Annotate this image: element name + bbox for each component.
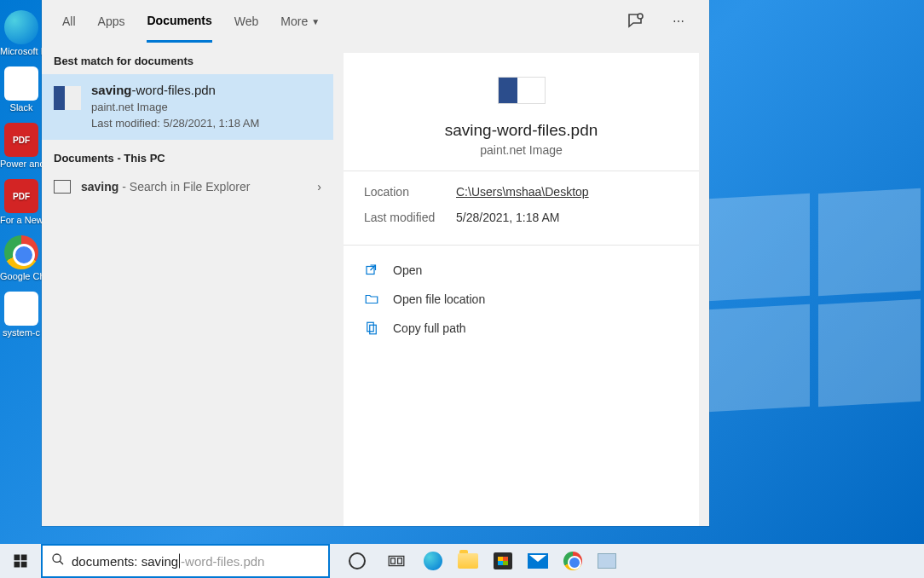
desktop-icon-slack[interactable]: Slack <box>1 66 42 113</box>
more-options-icon[interactable]: ⋯ <box>668 11 689 32</box>
preview-type: paint.net Image <box>344 143 699 157</box>
tab-more[interactable]: More▼ <box>280 0 320 43</box>
svg-rect-6 <box>14 562 20 568</box>
taskbar-edge-icon[interactable] <box>424 552 442 570</box>
task-view-icon[interactable] <box>384 549 408 573</box>
file-thumbnail-icon <box>54 86 81 110</box>
svg-rect-3 <box>370 325 377 334</box>
preview-pane: saving-word-files.pdn paint.net Image Lo… <box>344 53 699 526</box>
desktop-icon-pdf1[interactable]: PDFPower and Market G <box>1 123 42 169</box>
tab-apps[interactable]: Apps <box>98 0 125 43</box>
documents-thispc-heading: Documents - This PC <box>42 140 333 171</box>
search-in-file-explorer[interactable]: saving - Search in File Explorer › <box>42 171 333 202</box>
best-match-type: paint.net Image <box>91 101 321 113</box>
tab-all[interactable]: All <box>62 0 76 43</box>
open-icon <box>364 263 379 278</box>
location-label: Location <box>364 185 456 199</box>
tab-web[interactable]: Web <box>234 0 259 43</box>
taskbar-store-icon[interactable] <box>494 552 512 569</box>
preview-title: saving-word-files.pdn <box>344 121 699 140</box>
svg-rect-11 <box>398 558 402 564</box>
action-open[interactable]: Open <box>364 256 679 285</box>
cortana-icon[interactable] <box>345 549 369 573</box>
modified-label: Last modified <box>364 211 456 224</box>
explorer-icon <box>54 180 71 194</box>
folder-icon <box>364 292 379 307</box>
modified-value: 5/28/2021, 1:18 AM <box>456 211 559 224</box>
taskbar-search-box[interactable]: documents: saving-word-files.pdn <box>41 544 330 578</box>
location-link[interactable]: C:\Users\mshaa\Desktop <box>456 185 589 199</box>
svg-rect-10 <box>391 558 396 564</box>
desktop-icon-chrome[interactable]: Google Chrome <box>1 235 42 281</box>
copy-icon <box>364 321 379 336</box>
svg-point-0 <box>638 14 643 19</box>
action-copy-path[interactable]: Copy full path <box>364 314 679 343</box>
action-open-location[interactable]: Open file location <box>364 285 679 314</box>
windows-logo-watermark <box>707 196 924 418</box>
search-flyout: All Apps Documents Web More▼ ⋯ Best matc… <box>42 0 709 526</box>
svg-rect-2 <box>367 322 374 332</box>
svg-point-8 <box>53 554 61 562</box>
best-match-heading: Best match for documents <box>42 43 333 74</box>
best-match-modified: Last modified: 5/28/2021, 1:18 AM <box>91 117 321 130</box>
taskbar-mail-icon[interactable] <box>528 553 548 569</box>
svg-rect-7 <box>21 562 27 568</box>
desktop-icons: Microsoft Edge Slack PDFPower and Market… <box>0 0 43 529</box>
taskbar-app-icon[interactable] <box>598 553 616 569</box>
results-column: Best match for documents saving-word-fil… <box>42 43 333 526</box>
chevron-right-icon: › <box>317 180 321 194</box>
desktop-icon-edge[interactable]: Microsoft Edge <box>1 10 42 56</box>
taskbar: documents: saving-word-files.pdn <box>0 544 924 578</box>
search-icon <box>51 552 65 569</box>
feedback-icon[interactable] <box>626 11 646 32</box>
chevron-down-icon: ▼ <box>311 17 320 26</box>
best-match-title: saving-word-files.pdn <box>91 83 321 97</box>
search-tabbar: All Apps Documents Web More▼ ⋯ <box>42 0 709 43</box>
svg-rect-4 <box>14 555 20 561</box>
start-button[interactable] <box>0 544 41 578</box>
desktop-icon-pdf2[interactable]: PDFFor a New Liberty T <box>1 179 42 225</box>
taskbar-explorer-icon[interactable] <box>458 553 478 569</box>
taskbar-chrome-icon[interactable] <box>563 552 582 570</box>
best-match-result[interactable]: saving-word-files.pdn paint.net Image La… <box>42 74 333 140</box>
svg-rect-5 <box>21 555 27 561</box>
desktop-icon-file[interactable]: system-c <box>1 292 42 338</box>
tab-documents[interactable]: Documents <box>147 0 211 43</box>
preview-thumbnail-icon <box>498 77 546 104</box>
